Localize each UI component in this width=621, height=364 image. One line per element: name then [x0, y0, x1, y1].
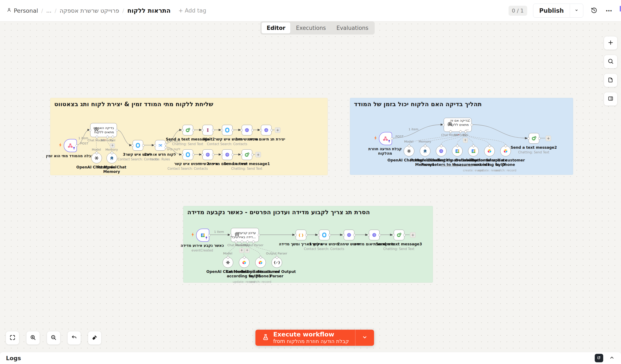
node-g-parser[interactable]: {✓} — [272, 257, 282, 268]
input-port[interactable] — [318, 234, 320, 236]
node-y-conv1[interactable] — [242, 125, 252, 135]
output-port[interactable] — [212, 154, 214, 156]
node-g-conv2[interactable] — [344, 230, 354, 240]
output-port[interactable] — [328, 234, 331, 236]
node-y-contact3[interactable] — [133, 140, 143, 151]
node-y-send[interactable] — [183, 125, 193, 135]
breadcrumb-project[interactable]: פרוייקט שרשרת אספקה — [60, 7, 119, 14]
node-g-contact1[interactable] — [319, 230, 329, 240]
add-tool-button[interactable]: + — [463, 138, 468, 143]
output-port[interactable] — [165, 143, 167, 145]
node-g-air2[interactable] — [255, 257, 266, 268]
open-logs-button[interactable] — [595, 354, 603, 362]
input-port[interactable] — [201, 154, 204, 156]
node-y-contact1[interactable] — [183, 149, 193, 160]
add-sticky-note-button[interactable] — [604, 74, 617, 87]
undo-button[interactable] — [68, 331, 81, 345]
input-port[interactable] — [154, 144, 156, 147]
input-port[interactable] — [241, 154, 243, 156]
input-port[interactable] — [343, 234, 345, 236]
output-port[interactable] — [538, 137, 540, 140]
workflow-title[interactable]: התראות ללקוח — [127, 7, 171, 14]
node-y-send1[interactable] — [242, 149, 252, 160]
add-tag-button[interactable]: + Add tag — [178, 7, 206, 14]
node-b-determine[interactable]: 31 — [468, 146, 479, 156]
output-port[interactable] — [403, 234, 406, 236]
node-g-trigger[interactable]: 31 — [196, 229, 209, 242]
node-y-switch[interactable] — [155, 140, 166, 151]
zoom-in-button[interactable] — [26, 331, 40, 345]
tab-evaluations[interactable]: Evaluations — [331, 22, 374, 34]
node-b-avail[interactable]: 31 — [452, 146, 463, 156]
node-b-agent[interactable]: בדיקה אם זה מתאים ללקוח - ...Chat Model*… — [444, 118, 472, 132]
node-y-agent[interactable]: בדיקה האם זה מתאים ללקוחChat Model*Memor… — [90, 123, 117, 137]
output-port[interactable] — [192, 129, 194, 131]
tab-editor[interactable]: Editor — [261, 22, 290, 34]
input-port[interactable] — [294, 234, 297, 236]
toggle-panel-button[interactable] — [604, 92, 617, 105]
input-port[interactable] — [201, 129, 204, 131]
output-port[interactable] — [471, 124, 473, 126]
publish-dropdown-button[interactable] — [570, 4, 583, 17]
node-y-tag1[interactable] — [261, 125, 272, 135]
execute-options-button[interactable] — [355, 330, 374, 346]
node-g-send3[interactable] — [394, 230, 404, 240]
node-g-air1[interactable] — [239, 257, 249, 268]
output-port[interactable] — [251, 129, 254, 131]
input-port[interactable] — [131, 144, 134, 147]
input-port[interactable] — [260, 129, 262, 131]
tab-executions[interactable]: Executions — [291, 22, 331, 34]
zoom-out-button[interactable] — [47, 331, 60, 345]
node-g-deltag[interactable] — [369, 230, 380, 240]
add-tool-button[interactable]: + — [245, 248, 250, 253]
logs-panel[interactable]: Logs — [0, 352, 621, 364]
tidy-up-button[interactable] — [88, 331, 101, 345]
breadcrumb-account[interactable]: Personal — [6, 7, 38, 14]
input-port[interactable] — [221, 154, 223, 156]
zoom-to-fit-button[interactable] — [6, 331, 19, 345]
output-port[interactable] — [76, 144, 78, 147]
node-g-agent[interactable]: עדכון קביעת ...דידה באיירטיבלChat ModelM… — [231, 228, 259, 242]
output-port[interactable] — [391, 138, 393, 140]
output-port[interactable] — [165, 146, 167, 149]
add-node-button[interactable] — [604, 36, 617, 50]
output-port[interactable] — [305, 234, 308, 236]
node-b-custupd[interactable] — [484, 146, 495, 156]
breadcrumb-ellipsis[interactable]: ... — [46, 7, 52, 14]
search-button[interactable] — [604, 55, 617, 68]
more-options-button[interactable]: ⋯ — [604, 6, 614, 15]
node-y-plus-top[interactable]: + — [275, 127, 280, 133]
output-port[interactable] — [258, 234, 260, 236]
output-port[interactable] — [251, 154, 254, 156]
execute-workflow-button[interactable]: Execute workflow from קבלת הודעה חוזרת מ… — [256, 330, 355, 346]
output-port[interactable] — [271, 129, 273, 131]
collapse-logs-button[interactable] — [609, 354, 615, 362]
input-port[interactable] — [181, 129, 184, 131]
node-b-custsearch[interactable] — [500, 146, 511, 156]
node-y-openai[interactable] — [91, 153, 102, 163]
output-port[interactable] — [192, 154, 194, 156]
node-y-wait[interactable] — [203, 125, 213, 135]
input-port[interactable] — [241, 129, 243, 131]
input-port[interactable] — [230, 234, 232, 236]
output-port[interactable] — [142, 144, 144, 147]
add-tool-button[interactable]: + — [239, 248, 244, 253]
node-y-postgres[interactable] — [106, 153, 117, 163]
input-port[interactable] — [89, 129, 91, 131]
node-g-openai[interactable] — [223, 257, 233, 268]
publish-button[interactable]: Publish — [533, 4, 570, 17]
output-port[interactable] — [379, 234, 381, 236]
input-port[interactable] — [221, 129, 223, 131]
node-b-send2[interactable] — [529, 133, 539, 144]
node-y-conv[interactable] — [203, 149, 213, 160]
history-button[interactable] — [589, 6, 599, 15]
output-port[interactable] — [231, 154, 234, 156]
node-b-postgres[interactable] — [420, 146, 430, 156]
node-b-plus[interactable]: + — [546, 136, 551, 141]
output-port[interactable] — [353, 234, 356, 236]
node-b-trigger[interactable] — [379, 132, 392, 145]
output-port[interactable] — [231, 129, 234, 131]
output-port[interactable] — [212, 129, 214, 131]
node-y-trigger[interactable] — [64, 139, 77, 152]
node-g-code[interactable]: { } — [296, 230, 306, 240]
